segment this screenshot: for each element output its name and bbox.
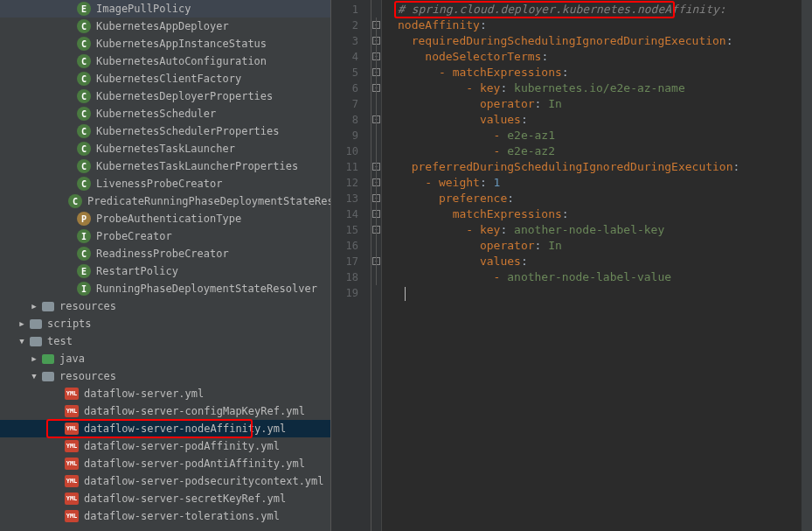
class-icon: E (77, 2, 91, 16)
text-cursor (405, 287, 406, 301)
tree-item[interactable]: YMLdataflow-server-secretKeyRef.yml (0, 490, 330, 507)
fold-column[interactable]: ------------ (371, 0, 382, 531)
tree-item-label: RunningPhaseDeploymentStateResolver (96, 283, 317, 295)
class-icon: C (77, 142, 91, 156)
line-number: 8 (338, 112, 358, 128)
code-line[interactable]: requiredDuringSchedulingIgnoredDuringExe… (398, 33, 802, 49)
tree-item[interactable]: YMLdataflow-server-tolerations.yml (0, 507, 330, 525)
class-icon: C (77, 37, 91, 51)
tree-item-label: KubernetesSchedulerProperties (96, 125, 280, 137)
tree-item[interactable]: CKubernetesDeployerProperties (0, 87, 330, 105)
tree-item[interactable]: CKubernetesAppDeployer (0, 17, 330, 35)
tree-item-label: LivenessProbeCreator (96, 178, 223, 190)
tree-item[interactable]: IProbeCreator (0, 227, 330, 245)
line-number: 14 (338, 206, 358, 222)
folder-icon (30, 319, 42, 329)
expand-arrow-icon[interactable] (17, 337, 26, 346)
yml-file-icon: YML (65, 458, 79, 470)
line-number-gutter: 12345678910111213141516171819 (331, 0, 371, 531)
tree-item[interactable]: YMLdataflow-server-nodeAffinity.yml (0, 420, 330, 437)
expand-arrow-icon[interactable] (30, 372, 38, 381)
tree-item[interactable]: CReadinessProbeCreator (0, 245, 330, 262)
line-number: 5 (338, 65, 358, 80)
code-line[interactable]: - key: another-node-label-key (398, 222, 802, 238)
tree-item-label: KubernetesTaskLauncher (96, 143, 235, 155)
code-line[interactable]: preference: (398, 191, 802, 206)
tree-item[interactable]: CKubernetesTaskLauncher (0, 140, 330, 157)
yml-file-icon: YML (65, 493, 79, 505)
expand-arrow-icon[interactable] (17, 319, 26, 328)
project-tree-sidebar[interactable]: EImagePullPolicyCKubernetesAppDeployerCK… (0, 0, 331, 531)
class-icon: C (77, 247, 91, 261)
yml-file-icon: YML (65, 405, 79, 417)
expand-arrow-icon[interactable] (30, 302, 38, 311)
line-number: 16 (338, 238, 358, 254)
code-line[interactable]: - e2e-az2 (398, 143, 802, 159)
tree-item-label: ReadinessProbeCreator (96, 248, 229, 260)
tree-item[interactable]: CKubernetesScheduler (0, 105, 330, 122)
tree-item[interactable]: test (0, 332, 330, 350)
expand-arrow-icon[interactable] (30, 354, 38, 363)
tree-item[interactable]: EImagePullPolicy (0, 0, 330, 17)
code-line[interactable]: nodeAffinity: (398, 17, 802, 33)
code-line[interactable]: - another-node-label-value (398, 269, 802, 285)
tree-item[interactable]: CPredicateRunningPhaseDeploymentStateRes… (0, 192, 330, 210)
class-icon: E (77, 264, 91, 278)
code-line[interactable]: operator: In (398, 238, 802, 254)
code-line[interactable]: - weight: 1 (398, 175, 802, 191)
code-area[interactable]: # spring.cloud.deployer.kubernetes.nodeA… (382, 0, 802, 531)
tree-item[interactable]: YMLdataflow-server-podsecuritycontext.ym… (0, 472, 330, 490)
tree-item[interactable]: ERestartPolicy (0, 262, 330, 280)
tree-item[interactable]: YMLdataflow-server-podAntiAffinity.yml (0, 455, 330, 472)
tree-item[interactable]: CKubernetesAutoConfiguration (0, 52, 330, 70)
yml-file-icon: YML (65, 440, 79, 452)
class-icon: C (77, 124, 91, 138)
tree-item[interactable]: java (0, 350, 330, 367)
tree-item-label: ProbeCreator (96, 230, 172, 242)
tree-item[interactable]: resources (0, 367, 330, 385)
line-number: 4 (338, 49, 358, 65)
folder-icon (42, 354, 54, 364)
folder-icon (42, 372, 54, 381)
tree-item-label: scripts (47, 318, 92, 330)
tree-item[interactable]: CLivenessProbeCreator (0, 175, 330, 192)
tree-item[interactable]: CKubernetesClientFactory (0, 70, 330, 87)
line-number: 1 (338, 2, 358, 17)
tree-item[interactable]: CKubernetesTaskLauncherProperties (0, 157, 330, 175)
code-editor[interactable]: 12345678910111213141516171819 ----------… (331, 0, 812, 531)
tree-item-label: KubernetesAppInstanceStatus (96, 38, 267, 50)
tree-item-label: KubernetesDeployerProperties (96, 90, 273, 102)
tree-item[interactable]: CKubernetesSchedulerProperties (0, 122, 330, 140)
code-line[interactable]: - key: kubernetes.io/e2e-az-name (398, 80, 802, 96)
line-number: 2 (338, 17, 358, 33)
line-number: 19 (338, 285, 358, 301)
folder-icon (42, 302, 54, 311)
code-line[interactable]: matchExpressions: (398, 206, 802, 222)
class-icon: C (77, 159, 91, 173)
tree-item[interactable]: resources (0, 297, 330, 315)
code-line[interactable]: values: (398, 254, 802, 269)
line-number: 13 (338, 191, 358, 206)
tree-item[interactable]: scripts (0, 315, 330, 332)
code-line[interactable] (398, 285, 802, 301)
tree-item[interactable]: CKubernetesAppInstanceStatus (0, 35, 330, 52)
tree-item[interactable]: YMLdataflow-server.yml (0, 385, 330, 402)
code-line[interactable]: preferredDuringSchedulingIgnoredDuringEx… (398, 159, 802, 175)
code-line[interactable]: operator: In (398, 96, 802, 112)
tree-item[interactable]: PProbeAuthenticationType (0, 210, 330, 227)
code-line[interactable]: nodeSelectorTerms: (398, 49, 802, 65)
tree-item-label: resources (59, 370, 116, 382)
tree-item[interactable]: YMLdataflow-server-configMapKeyRef.yml (0, 402, 330, 420)
tree-item[interactable]: IRunningPhaseDeploymentStateResolver (0, 280, 330, 297)
tree-item[interactable]: YMLdataflow-server-podAffinity.yml (0, 437, 330, 455)
code-line[interactable]: - e2e-az1 (398, 128, 802, 143)
tree-item-label: KubernetesTaskLauncherProperties (96, 160, 298, 172)
editor-scrollbar[interactable] (802, 0, 812, 531)
class-icon: C (77, 72, 91, 86)
tree-item-label: dataflow-server-tolerations.yml (84, 510, 280, 522)
line-number: 3 (338, 33, 358, 49)
code-line[interactable]: values: (398, 112, 802, 128)
tree-item-label: java (59, 353, 85, 365)
code-line[interactable]: # spring.cloud.deployer.kubernetes.nodeA… (398, 2, 802, 17)
code-line[interactable]: - matchExpressions: (398, 65, 802, 80)
